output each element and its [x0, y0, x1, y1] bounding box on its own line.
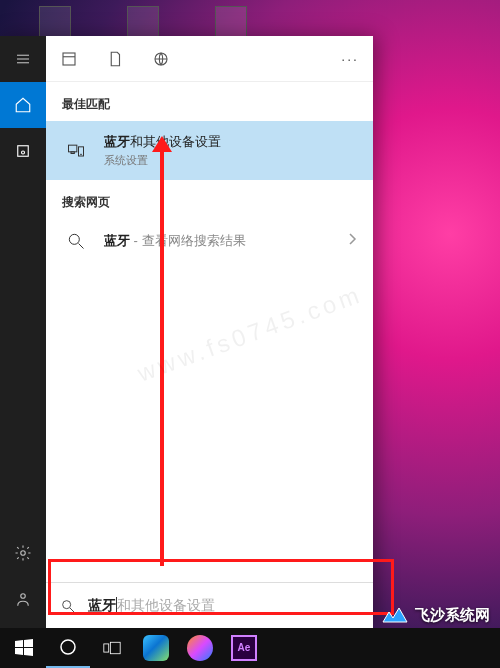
edge-icon — [143, 635, 169, 661]
gear-icon — [14, 544, 32, 562]
firefox-icon — [187, 635, 213, 661]
apps-scope-icon — [60, 50, 78, 68]
start-button[interactable] — [2, 628, 46, 668]
scope-more[interactable]: ··· — [341, 51, 359, 67]
svg-point-14 — [69, 234, 79, 244]
search-autocomplete-hint: 和其他设备设置 — [117, 597, 215, 613]
cortana-button[interactable] — [46, 628, 90, 668]
save-icon-button[interactable] — [0, 128, 46, 174]
result-bluetooth-settings[interactable]: 蓝牙和其他设备设置 系统设置 — [46, 121, 373, 180]
tencent-video-icon — [127, 6, 159, 38]
search-icon — [62, 231, 90, 251]
chevron-right-icon — [347, 232, 357, 250]
result-subtitle: 系统设置 — [104, 153, 357, 168]
settings-button[interactable] — [0, 530, 46, 576]
taskbar-aftereffects[interactable]: Ae — [222, 628, 266, 668]
svg-rect-7 — [63, 53, 75, 65]
search-content: ··· 最佳匹配 蓝牙和其他设备设置 系统设置 搜索网页 蓝牙 - 查看网络搜索… — [46, 36, 373, 628]
scope-apps[interactable] — [60, 50, 78, 68]
360-browser-icon — [215, 6, 247, 38]
cortana-icon — [59, 638, 77, 656]
home-icon — [14, 96, 32, 114]
taskview-icon — [103, 639, 121, 657]
scope-documents[interactable] — [106, 50, 124, 68]
save-icon — [14, 142, 32, 160]
result-title: 蓝牙和其他设备设置 — [104, 133, 357, 151]
devices-icon — [62, 141, 90, 161]
svg-rect-11 — [71, 151, 74, 153]
feedback-button[interactable] — [0, 576, 46, 622]
svg-line-17 — [70, 608, 74, 612]
documents-scope-icon — [106, 50, 124, 68]
search-left-rail — [0, 36, 46, 628]
taskbar: Ae — [0, 628, 500, 668]
recycle-bin-icon — [39, 6, 71, 38]
hamburger-icon — [14, 50, 32, 68]
search-icon — [60, 598, 76, 614]
windows-icon — [15, 639, 33, 657]
web-scope-icon — [152, 50, 170, 68]
search-panel: ··· 最佳匹配 蓝牙和其他设备设置 系统设置 搜索网页 蓝牙 - 查看网络搜索… — [0, 36, 373, 628]
search-text: 蓝牙和其他设备设置 — [88, 597, 215, 615]
svg-point-6 — [21, 594, 26, 599]
search-typed: 蓝牙 — [88, 597, 116, 613]
result-web-search[interactable]: 蓝牙 - 查看网络搜索结果 — [46, 219, 373, 263]
web-search-header: 搜索网页 — [46, 180, 373, 219]
svg-rect-20 — [110, 642, 120, 653]
ae-icon: Ae — [231, 635, 257, 661]
svg-line-15 — [79, 244, 84, 249]
svg-point-16 — [63, 600, 71, 608]
search-scopes: ··· — [46, 36, 373, 82]
svg-point-4 — [22, 151, 25, 154]
taskview-button[interactable] — [90, 628, 134, 668]
person-icon — [14, 590, 32, 608]
hamburger-button[interactable] — [0, 36, 46, 82]
svg-rect-19 — [104, 644, 109, 652]
svg-rect-10 — [69, 145, 77, 152]
svg-point-18 — [61, 640, 75, 654]
svg-point-13 — [81, 153, 82, 154]
taskbar-edge[interactable] — [134, 628, 178, 668]
svg-point-5 — [21, 551, 26, 556]
search-input-bar[interactable]: 蓝牙和其他设备设置 — [46, 582, 373, 628]
best-match-header: 最佳匹配 — [46, 82, 373, 121]
home-button[interactable] — [0, 82, 46, 128]
taskbar-firefox[interactable] — [178, 628, 222, 668]
scope-web[interactable] — [152, 50, 170, 68]
result-title: 蓝牙 - 查看网络搜索结果 — [104, 232, 333, 250]
